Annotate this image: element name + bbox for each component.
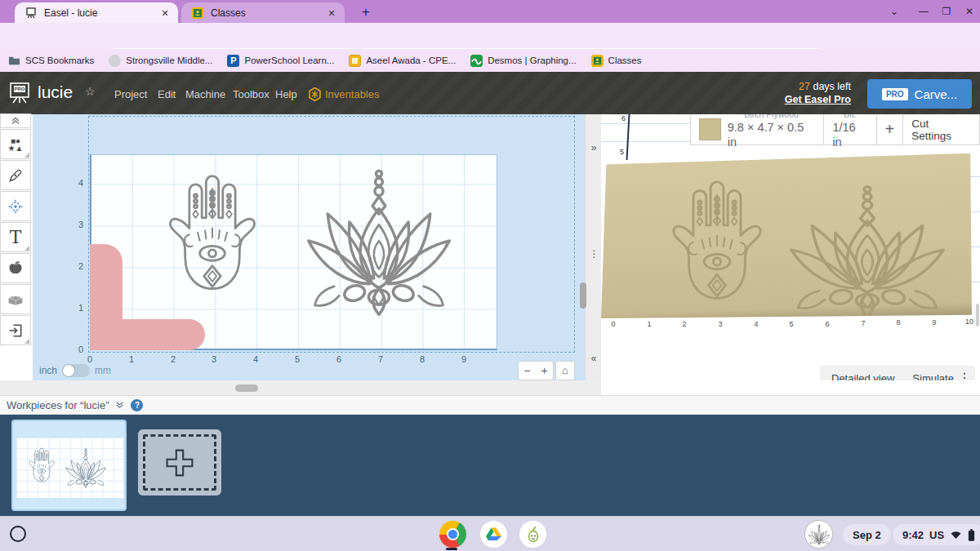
menu-project[interactable]: Project	[114, 88, 147, 100]
menu-machine[interactable]: Machine	[185, 88, 225, 100]
collapse-down-icon[interactable]	[115, 401, 124, 409]
bookmark-label: SCS Bookmarks	[25, 56, 94, 65]
simulate-button[interactable]: Simulate	[912, 372, 954, 381]
help-icon[interactable]: ?	[131, 399, 143, 411]
close-window-icon[interactable]: ✕	[959, 3, 980, 20]
zoom-out-icon[interactable]: −	[523, 364, 530, 377]
svg-text:PRO: PRO	[14, 87, 24, 91]
collapse-toolbar-button[interactable]	[0, 113, 31, 128]
carve-button[interactable]: PRO Carve...	[867, 79, 972, 109]
bookmark-scs[interactable]: SCS Bookmarks	[8, 55, 94, 67]
tab-close-icon[interactable]: ✕	[158, 7, 172, 20]
bookmark-powerschool[interactable]: P PowerSchool Learn...	[227, 55, 334, 67]
preview-menu-icon[interactable]: ⋮	[954, 366, 975, 380]
peardeck-app-icon[interactable]	[519, 521, 546, 548]
classroom-favicon	[191, 7, 204, 20]
chrome-app-icon[interactable]	[439, 521, 466, 548]
minimize-icon[interactable]: —	[913, 3, 934, 20]
workpieces-header: Workpieces for “lucie” ?	[0, 395, 980, 415]
bookmark-label: PowerSchool Learn...	[244, 56, 334, 65]
preview-x-label: 10	[965, 318, 973, 326]
zoom-in-icon[interactable]: +	[541, 364, 547, 377]
inventables-link[interactable]: Inventables	[309, 87, 380, 101]
add-bit-button[interactable]: +	[877, 114, 904, 144]
detailed-view-button[interactable]: Detailed view	[831, 372, 894, 381]
import-tool[interactable]	[0, 315, 31, 345]
apps-apple-tool[interactable]	[0, 253, 31, 283]
y-axis-label: 3	[69, 220, 83, 229]
x-axis-label: 6	[336, 354, 341, 364]
material-swatch	[699, 118, 721, 140]
view-buttons: Detailed view Simulate	[820, 366, 965, 380]
restore-window-icon[interactable]: ❐	[936, 3, 957, 20]
text-tool[interactable]: T	[0, 222, 31, 252]
bit-button[interactable]: Bit: 1/16 in	[824, 114, 876, 144]
bookmark-desmos[interactable]: Desmos | Graphing...	[470, 55, 576, 67]
hamsa-design[interactable]	[160, 170, 265, 297]
screenshot-tote[interactable]	[804, 520, 833, 549]
import-icon	[7, 322, 24, 339]
drive-app-icon[interactable]	[480, 521, 507, 548]
tab-strip: Easel - lucie ✕ Classes ✕ + ⌄ — ❐ ✕	[0, 0, 980, 23]
preview-x-label: 3	[718, 320, 722, 328]
x-axis-label: 9	[461, 354, 466, 364]
unit-toggle[interactable]	[62, 364, 90, 377]
menu-toolbox[interactable]: Toolbox	[233, 88, 270, 100]
easel-logo-icon: PRO	[7, 81, 33, 105]
tab-classes[interactable]: Classes ✕	[181, 2, 345, 23]
new-tab-button[interactable]: +	[356, 3, 376, 23]
bookmark-aseel[interactable]: Aseel Awada - CPE...	[349, 55, 456, 67]
project-title[interactable]: lucie	[38, 82, 73, 102]
projects-lego-tool[interactable]	[0, 284, 31, 314]
preview-x-label: 5	[789, 320, 793, 328]
drill-tool[interactable]	[0, 191, 31, 221]
inventables-logo-icon	[309, 87, 321, 101]
date-pill[interactable]: Sep 2	[843, 524, 891, 545]
get-easel-pro-link[interactable]: Get Easel Pro	[785, 94, 851, 105]
chevron-down-icon[interactable]: ⌄	[884, 3, 905, 20]
lego-brick-icon	[7, 291, 24, 308]
pen-tool[interactable]	[0, 160, 31, 190]
expand-right-icon[interactable]: »	[586, 142, 602, 153]
preview-scrollbar-thumb[interactable]	[976, 304, 979, 327]
shapes-tool[interactable]: ■● ★▲	[0, 129, 31, 159]
menu-help[interactable]: Help	[275, 88, 297, 100]
strongsville-icon	[109, 55, 121, 67]
x-axis-label: 0	[87, 354, 92, 364]
workpiece-thumbnail-selected[interactable]	[11, 420, 127, 511]
collapse-left-icon[interactable]: «	[586, 353, 602, 364]
status-tray[interactable]: 9:42 US	[893, 524, 980, 545]
preview-x-label: 7	[861, 319, 865, 327]
tab-close-icon[interactable]: ✕	[325, 7, 338, 20]
canvas-hscrollbar[interactable]	[0, 380, 601, 395]
bookmark-classes[interactable]: Classes	[591, 55, 642, 67]
tab-easel[interactable]: Easel - lucie ✕	[15, 2, 178, 23]
panel-divider: » ⋮ «	[585, 114, 602, 380]
add-workpiece-button[interactable]	[138, 429, 221, 495]
preview-x-label: 2	[682, 320, 686, 328]
divider-drag-handle-icon[interactable]: ⋮	[586, 248, 602, 260]
cut-settings-button[interactable]: Cut Settings	[903, 114, 979, 144]
aseel-icon	[349, 55, 361, 67]
wood-board-3d[interactable]	[601, 152, 972, 320]
lotus-design[interactable]	[296, 166, 462, 316]
design-canvas[interactable]: 4 3 2 1 0 0 1 2 3 4 5 6 7 8 9 inch mm − …	[33, 114, 585, 380]
lotus-engraving	[777, 182, 957, 318]
launcher-icon[interactable]	[10, 526, 26, 542]
zoom-home-icon[interactable]: ⌂	[555, 361, 575, 380]
bookmark-label: Desmos | Graphing...	[488, 56, 576, 65]
bit-label: Bit:	[844, 114, 856, 120]
canvas-vscrollbar-thumb[interactable]	[580, 282, 586, 309]
x-axis-label: 1	[129, 354, 134, 364]
x-axis-label: 4	[253, 354, 258, 364]
material-name: Birch Plywood	[744, 114, 799, 120]
material-button[interactable]: Birch Plywood 9.8 × 4.7 × 0.5 in	[691, 114, 824, 144]
apple-icon	[7, 260, 24, 277]
clock-label: 9:42	[902, 529, 924, 541]
powerschool-icon: P	[227, 55, 239, 67]
menu-edit[interactable]: Edit	[158, 88, 176, 100]
favorite-star-icon[interactable]: ☆	[85, 85, 96, 98]
classroom-icon	[591, 55, 604, 67]
hscrollbar-thumb[interactable]	[235, 384, 258, 392]
bookmark-strongsville[interactable]: Strongsville Middle...	[109, 55, 212, 67]
